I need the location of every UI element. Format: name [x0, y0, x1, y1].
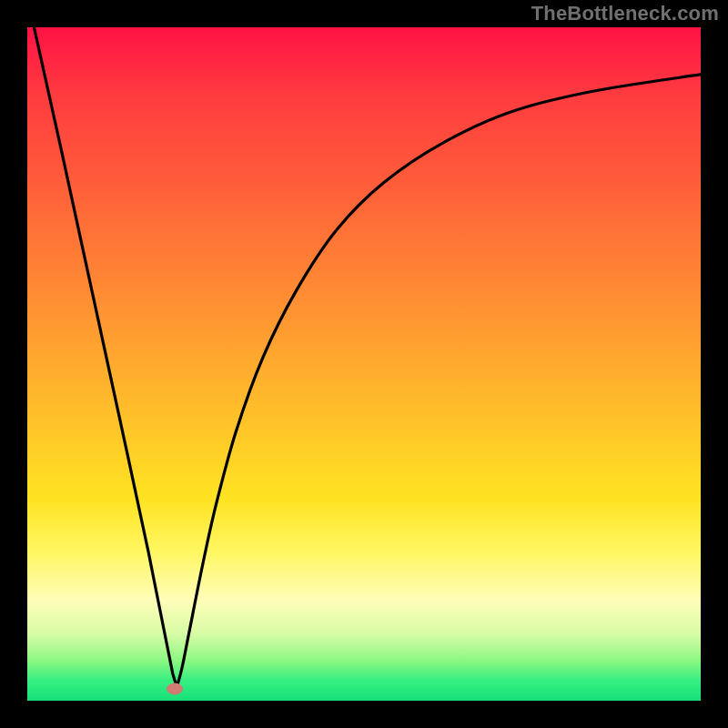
- optimum-marker: [167, 682, 183, 694]
- watermark-text: TheBottleneck.com: [531, 2, 719, 25]
- plot-area: [27, 27, 701, 701]
- chart-frame: TheBottleneck.com: [0, 0, 728, 728]
- bottleneck-curve: [27, 27, 701, 701]
